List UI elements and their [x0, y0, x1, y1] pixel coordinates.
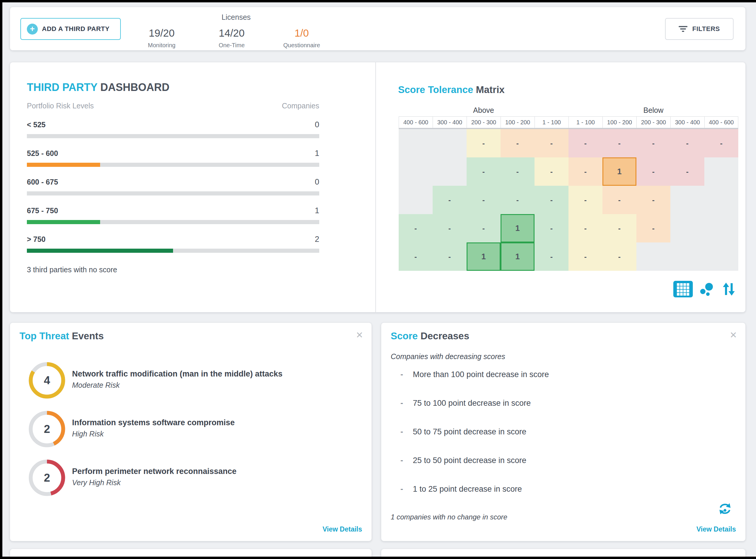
matrix-cell[interactable] [704, 214, 738, 242]
matrix-cell[interactable]: 1 [501, 242, 535, 271]
matrix-title: Score Tolerance Matrix [398, 84, 505, 95]
matrix-cell[interactable]: - [602, 214, 637, 242]
matrix-cell[interactable]: - [535, 186, 569, 214]
risk-row: 600 - 6750 [27, 177, 319, 206]
threat-title: Perform perimeter network reconnaissance [72, 467, 237, 476]
matrix-cell[interactable]: - [535, 129, 569, 157]
decreases-subtitle: Companies with decreasing scores [391, 352, 505, 361]
matrix-cell[interactable]: - [467, 214, 501, 242]
matrix-cell[interactable]: 1 [501, 214, 535, 242]
threats-view-details-link[interactable]: View Details [323, 526, 362, 533]
dashboard-panel: THIRD PARTY DASHBOARD Portfolio Risk Lev… [10, 62, 746, 312]
matrix-cell[interactable]: - [637, 214, 670, 242]
matrix-cell[interactable]: - [602, 186, 637, 214]
matrix-cell[interactable] [432, 157, 467, 186]
risk-company-count: 2 [315, 235, 319, 244]
matrix-cell[interactable]: - [569, 242, 602, 271]
risk-rows: < 5250525 - 6001600 - 6750675 - 7501> 75… [27, 120, 319, 263]
matrix-cell[interactable]: - [535, 157, 569, 186]
close-icon[interactable]: ✕ [730, 330, 737, 340]
decreases-title: Score Decreases [391, 331, 469, 342]
matrix-cell[interactable]: - [399, 242, 432, 271]
decrease-items: -More than 100 point decrease in score-7… [400, 370, 549, 513]
matrix-column-headers: 400 - 600300 - 400200 - 300100 - 2001 - … [399, 116, 738, 129]
matrix-column-header: 100 - 200 [602, 116, 637, 128]
risk-company-count: 0 [315, 177, 319, 187]
page: + ADD A THIRD PARTY Licenses 19/20Monito… [2, 2, 756, 557]
matrix-above-label: Above [399, 106, 569, 115]
matrix-cell[interactable]: - [535, 242, 569, 271]
matrix-cell[interactable]: - [467, 129, 501, 157]
matrix-cell[interactable]: - [704, 129, 738, 157]
filters-button[interactable]: FILTERS [665, 18, 734, 40]
grid-view-icon[interactable] [673, 281, 693, 298]
decrease-item: -25 to 50 point decrease in score [400, 456, 549, 485]
decreases-view-details-link[interactable]: View Details [696, 526, 736, 533]
decrease-label: 50 to 75 point decrease in score [413, 427, 526, 437]
threat-count: 2 [28, 410, 66, 448]
bubble-view-icon[interactable] [699, 282, 715, 297]
matrix-cell[interactable]: - [535, 214, 569, 242]
matrix-cell[interactable] [670, 242, 704, 271]
threat-count: 2 [28, 459, 66, 497]
matrix-cell[interactable]: - [432, 242, 467, 271]
sort-icon[interactable] [721, 282, 736, 297]
matrix-cell[interactable]: - [637, 186, 670, 214]
license-stat-label: Questionnaire [267, 42, 337, 49]
matrix-cell[interactable]: - [569, 214, 602, 242]
matrix-cell[interactable]: - [467, 157, 501, 186]
matrix-cell[interactable]: - [501, 157, 535, 186]
next-panel-stub-right [381, 549, 746, 557]
matrix-cell[interactable] [704, 157, 738, 186]
license-stat: 14/20One-Time [197, 7, 267, 50]
matrix-cell[interactable] [704, 242, 738, 271]
risk-table-headers: Portfolio Risk Levels Companies [27, 102, 319, 110]
matrix-cell[interactable] [637, 242, 670, 271]
score-tolerance-section: Score Tolerance Matrix Above Below 400 -… [377, 62, 746, 312]
decrease-count: - [400, 427, 413, 437]
matrix-cell[interactable]: - [432, 214, 467, 242]
license-stat-value: 19/20 [127, 27, 197, 39]
matrix-cell[interactable]: - [602, 129, 637, 157]
add-third-party-button[interactable]: + ADD A THIRD PARTY [20, 18, 121, 40]
matrix-cell[interactable] [670, 214, 704, 242]
matrix-cell[interactable]: - [501, 186, 535, 214]
matrix-cell[interactable]: - [501, 129, 535, 157]
risk-company-count: 0 [315, 120, 319, 129]
matrix-cell[interactable] [399, 186, 432, 214]
matrix-cell[interactable]: - [602, 242, 637, 271]
matrix-cell[interactable]: - [670, 129, 704, 157]
plus-icon: + [27, 24, 38, 35]
matrix-cell[interactable]: - [569, 186, 602, 214]
risk-bar-track [27, 134, 319, 138]
risk-bar-fill [27, 249, 173, 253]
matrix-cell[interactable]: - [569, 129, 602, 157]
refresh-icon[interactable] [718, 502, 732, 517]
matrix-cell[interactable]: - [670, 157, 704, 186]
threat-risk-level: Moderate Risk [72, 381, 283, 389]
matrix-cell[interactable] [432, 129, 467, 157]
decrease-count: - [400, 370, 413, 379]
risk-bar-fill [27, 220, 100, 224]
matrix-cell[interactable] [399, 157, 432, 186]
matrix-cell[interactable]: 1 [602, 157, 637, 186]
matrix-cell[interactable] [399, 129, 432, 157]
matrix-cell[interactable]: - [432, 186, 467, 214]
close-icon[interactable]: ✕ [356, 330, 363, 340]
matrix-cell[interactable] [704, 186, 738, 214]
matrix-cell[interactable] [670, 186, 704, 214]
matrix-column-header: 200 - 300 [467, 116, 501, 128]
risk-levels-header: Portfolio Risk Levels [27, 102, 94, 110]
risk-row: < 5250 [27, 120, 319, 149]
risk-range-label: > 750 [27, 235, 45, 244]
matrix-cell[interactable]: - [399, 214, 432, 242]
matrix-cell[interactable]: - [467, 186, 501, 214]
matrix-cell[interactable]: 1 [467, 242, 501, 271]
decrease-item: -1 to 25 point decrease in score [400, 485, 549, 513]
decrease-item: -75 to 100 point decrease in score [400, 399, 549, 427]
matrix-cell[interactable]: - [637, 129, 670, 157]
page-title-accent: THIRD PARTY [27, 81, 97, 93]
matrix-cell[interactable]: - [637, 157, 670, 186]
matrix-cell[interactable]: - [569, 157, 602, 186]
risk-range-label: 525 - 600 [27, 149, 58, 158]
